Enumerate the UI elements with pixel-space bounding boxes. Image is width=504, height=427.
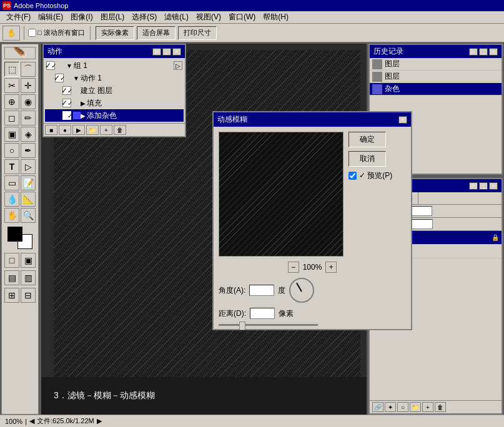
slider-thumb[interactable] xyxy=(239,321,245,330)
angle-input[interactable]: 60 xyxy=(249,285,274,296)
step3-checkbox[interactable]: ✓ xyxy=(62,111,71,120)
tool-shape[interactable]: ▭ xyxy=(4,175,19,190)
scroll-all-windows[interactable]: □ 滚动所有窗口 xyxy=(28,28,85,37)
new-group[interactable]: 📁 xyxy=(410,402,421,412)
tool-eyedropper[interactable]: 💧 xyxy=(4,192,19,207)
status-nav2[interactable]: ▶ xyxy=(97,417,102,425)
tool-eraser[interactable]: ◻ xyxy=(4,110,19,125)
dialog-title: 动感模糊 xyxy=(217,114,247,125)
play-btn[interactable]: ▶ xyxy=(72,125,85,135)
foreground-color[interactable] xyxy=(7,227,22,242)
menu-filter[interactable]: 滤镜(L) xyxy=(161,11,192,24)
tool-healing[interactable]: ⊕ xyxy=(4,94,19,109)
delete-layer[interactable]: 🗑 xyxy=(435,402,446,412)
tool-text[interactable]: T xyxy=(4,159,19,174)
menu-layer[interactable]: 图层(L) xyxy=(97,11,129,24)
step3-row[interactable]: ✓ ▶ 添加杂色 xyxy=(45,109,184,122)
dialog-title-bar: 动感模糊 × xyxy=(214,112,411,127)
menu-select[interactable]: 选择(S) xyxy=(128,11,161,24)
menu-view[interactable]: 视图(V) xyxy=(192,11,225,24)
print-size-btn[interactable]: 打印尺寸 xyxy=(178,26,217,40)
screen-mode-1[interactable]: ▤ xyxy=(4,270,19,285)
layers-close[interactable]: × xyxy=(489,182,498,190)
layers-title-btns: ▷ _ × xyxy=(469,182,498,190)
step1-checkbox[interactable]: ✓ xyxy=(62,86,71,95)
action1-expand[interactable]: ▼ xyxy=(73,75,79,82)
tool-hand[interactable]: ✋ xyxy=(4,208,19,223)
new-set-btn[interactable]: 📁 xyxy=(86,125,99,135)
quickmask-mode[interactable]: ▣ xyxy=(21,253,36,268)
actions-minimize[interactable]: _ xyxy=(162,48,171,56)
step2-checkbox[interactable]: ✓ xyxy=(62,99,71,107)
screen-mode-2[interactable]: ▥ xyxy=(21,270,36,285)
action1-checkbox[interactable]: ✓ xyxy=(55,74,64,82)
menu-help[interactable]: 帮助(H) xyxy=(259,11,292,24)
menu-edit[interactable]: 编辑(E) xyxy=(34,11,67,24)
confirm-btn[interactable]: 确定 xyxy=(348,132,386,147)
actions-title-bar: 动作 ▷ _ × xyxy=(44,45,185,58)
history-close[interactable]: × xyxy=(489,48,498,56)
tool-path-select[interactable]: ▷ xyxy=(21,159,36,174)
zoom-out[interactable]: − xyxy=(288,262,299,273)
step2-expand[interactable]: ▶ xyxy=(81,100,86,107)
actual-pixels-btn[interactable]: 实际像素 xyxy=(96,26,134,40)
dialog-close[interactable]: × xyxy=(398,116,407,124)
step3-expand[interactable]: ▶ xyxy=(81,112,86,119)
menu-image[interactable]: 图像(I) xyxy=(67,11,96,24)
status-file: 文件:625.0k/1.22M xyxy=(37,416,94,426)
actions-menu-btn[interactable]: ▷ xyxy=(152,48,161,56)
group1-expand[interactable]: ▼ xyxy=(66,62,72,69)
actions-close[interactable]: × xyxy=(172,48,181,56)
history-row-3[interactable]: 杂色 xyxy=(370,83,502,96)
cancel-btn[interactable]: 取消 xyxy=(348,151,386,167)
tool-zoom[interactable]: 🔍 xyxy=(21,208,36,223)
history-icon-1 xyxy=(372,59,382,69)
group1-checkbox[interactable]: ✓ xyxy=(46,61,55,70)
history-minimize[interactable]: _ xyxy=(479,48,488,56)
tool-gradient[interactable]: ▣ xyxy=(4,127,19,142)
history-row-2[interactable]: 图层 xyxy=(370,71,502,83)
tool-hand[interactable]: ✋ xyxy=(2,26,20,41)
link-layers[interactable]: 🔗 xyxy=(372,402,383,412)
menu-window[interactable]: 窗口(W) xyxy=(225,11,259,24)
zoom-in[interactable]: + xyxy=(325,262,337,273)
menu-file[interactable]: 文件(F) xyxy=(2,11,34,24)
record-btn[interactable]: ● xyxy=(59,125,71,135)
tool-blur[interactable]: ◈ xyxy=(21,127,36,142)
slider-track[interactable] xyxy=(219,324,319,326)
delete-btn[interactable]: 🗑 xyxy=(114,125,126,135)
action1-row: ✓ ▼ 动作 1 xyxy=(45,72,184,84)
tool-marquee[interactable]: ⬚ xyxy=(4,62,19,77)
history-menu[interactable]: ▷ xyxy=(469,48,478,56)
new-layer[interactable]: + xyxy=(422,402,433,412)
tool-move[interactable]: ✛ xyxy=(21,78,36,93)
tool-lasso[interactable]: ⌒ xyxy=(21,62,36,77)
standard-mode[interactable]: □ xyxy=(4,253,19,268)
new-action-btn[interactable]: + xyxy=(100,125,112,135)
app-icon: PS xyxy=(2,1,11,10)
add-mask[interactable]: ○ xyxy=(397,402,408,412)
angle-knob[interactable] xyxy=(289,278,314,303)
status-nav1[interactable]: ◀ xyxy=(29,417,34,425)
add-style[interactable]: ✦ xyxy=(385,402,396,412)
tool-measure[interactable]: 📐 xyxy=(21,192,36,207)
layers-menu[interactable]: ▷ xyxy=(469,182,478,190)
actions-options[interactable]: ▷ xyxy=(174,61,182,70)
layers-minimize[interactable]: _ xyxy=(479,182,488,190)
extra-btn2[interactable]: ⊟ xyxy=(21,288,36,303)
preview-checkbox[interactable] xyxy=(348,172,357,180)
tool-notes[interactable]: 📝 xyxy=(21,175,36,190)
history-row-1[interactable]: 图层 xyxy=(370,58,502,71)
tool-stamp[interactable]: ◉ xyxy=(21,94,36,109)
stop-btn[interactable]: ■ xyxy=(45,125,57,135)
tool-crop[interactable]: ✂ xyxy=(4,78,19,93)
tool-brush[interactable]: ✏ xyxy=(21,110,36,125)
tool-row-2: ✂ ✛ xyxy=(4,78,36,93)
distance-input[interactable]: 28 xyxy=(250,308,275,319)
tool-dodge[interactable]: ○ xyxy=(4,143,19,158)
extra-btn[interactable]: ⊞ xyxy=(4,288,19,303)
fit-screen-btn[interactable]: 适合屏幕 xyxy=(137,26,175,40)
motion-blur-dialog: 动感模糊 × 确定 取消 ✓ 预览(P) − 100% + 角度(A): 60 … xyxy=(212,111,412,330)
history-title-btns: ▷ _ × xyxy=(469,48,498,56)
tool-pen[interactable]: ✒ xyxy=(21,143,36,158)
